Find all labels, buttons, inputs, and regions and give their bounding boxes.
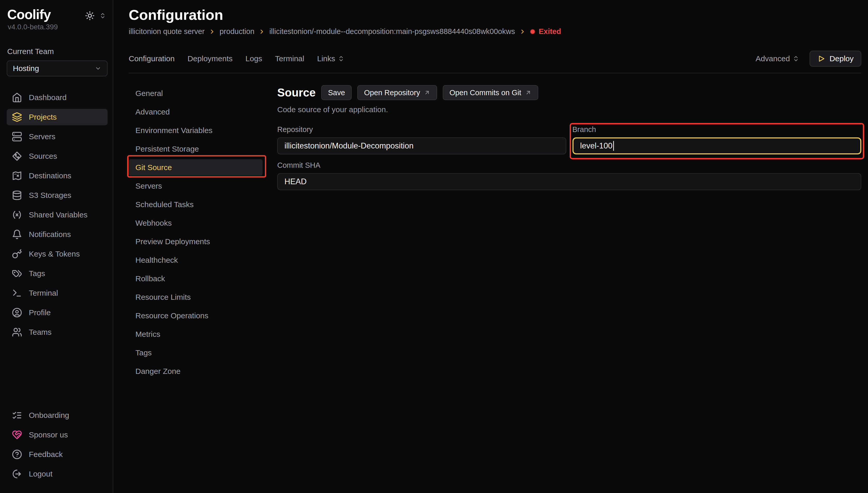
status-text: Exited bbox=[539, 27, 561, 36]
sidebar-item-notifications[interactable]: Notifications bbox=[7, 226, 108, 243]
section-title: Source bbox=[277, 86, 316, 99]
subnav-item-general[interactable]: General bbox=[129, 85, 262, 102]
subnav-item-healthcheck[interactable]: Healthcheck bbox=[129, 252, 262, 269]
sidebar-item-label: Profile bbox=[29, 308, 51, 317]
sidebar: Coolify v4.0.0-beta.399 Current Team Hos… bbox=[0, 0, 113, 493]
tab-links[interactable]: Links bbox=[317, 54, 344, 63]
chevron-right-icon bbox=[258, 28, 265, 35]
sidebar-item-label: Dashboard bbox=[29, 93, 67, 102]
tabs: Configuration Deployments Logs Terminal … bbox=[129, 54, 344, 63]
tab-logs[interactable]: Logs bbox=[246, 54, 262, 63]
source-header: Source Save Open Repository Open Commits… bbox=[277, 85, 861, 100]
sidebar-item-profile[interactable]: Profile bbox=[7, 304, 108, 321]
subnav-item-webhooks[interactable]: Webhooks bbox=[129, 215, 262, 231]
sidebar-item-dashboard[interactable]: Dashboard bbox=[7, 89, 108, 106]
status-dot bbox=[530, 29, 535, 34]
sidebar-item-keys-tokens[interactable]: Keys & Tokens bbox=[7, 246, 108, 262]
sidebar-item-onboarding[interactable]: Onboarding bbox=[7, 407, 108, 424]
subnav-item-resource-limits[interactable]: Resource Limits bbox=[129, 289, 262, 305]
breadcrumb-project[interactable]: illicitonion quote server bbox=[129, 27, 205, 36]
status-badge: Exited bbox=[530, 27, 561, 36]
team-select-value: Hosting bbox=[13, 64, 39, 73]
key-icon bbox=[12, 249, 22, 259]
layers-icon bbox=[12, 112, 22, 122]
current-team-label: Current Team bbox=[7, 47, 108, 56]
repository-field: Repository bbox=[277, 125, 566, 154]
subnav-item-advanced[interactable]: Advanced bbox=[129, 104, 262, 120]
sidebar-item-sponsor-us[interactable]: Sponsor us bbox=[7, 427, 108, 443]
sun-icon[interactable] bbox=[85, 11, 95, 21]
app-root: Coolify v4.0.0-beta.399 Current Team Hos… bbox=[0, 0, 868, 493]
subnav-item-git-source[interactable]: Git Source bbox=[129, 159, 262, 176]
map-x-icon bbox=[12, 171, 22, 181]
sidebar-item-label: Feedback bbox=[29, 450, 63, 459]
checklist-icon bbox=[12, 410, 22, 421]
sidebar-nav: Dashboard Projects Servers Sources Desti… bbox=[7, 89, 108, 343]
sidebar-item-s3-storages[interactable]: S3 Storages bbox=[7, 187, 108, 203]
advanced-dropdown[interactable]: Advanced bbox=[756, 54, 799, 63]
breadcrumb-environment[interactable]: production bbox=[219, 27, 254, 36]
repository-input[interactable] bbox=[277, 137, 566, 154]
sidebar-item-shared-variables[interactable]: Shared Variables bbox=[7, 207, 108, 223]
subnav-item-servers[interactable]: Servers bbox=[129, 178, 262, 194]
sidebar-item-sources[interactable]: Sources bbox=[7, 148, 108, 165]
app-logo: Coolify bbox=[7, 7, 58, 22]
subnav-item-scheduled-tasks[interactable]: Scheduled Tasks bbox=[129, 196, 262, 213]
subnav-item-metrics[interactable]: Metrics bbox=[129, 326, 262, 342]
sidebar-item-terminal[interactable]: Terminal bbox=[7, 285, 108, 301]
subnav-item-danger-zone[interactable]: Danger Zone bbox=[129, 363, 262, 380]
source-fields: Repository Branch level-100 Commit SHA bbox=[277, 125, 861, 190]
git-diamond-icon bbox=[12, 151, 22, 161]
logout-icon bbox=[12, 469, 22, 479]
subnav-item-tags[interactable]: Tags bbox=[129, 345, 262, 361]
sidebar-item-label: Projects bbox=[29, 113, 57, 122]
brand-block: Coolify v4.0.0-beta.399 bbox=[7, 7, 58, 31]
save-button[interactable]: Save bbox=[321, 85, 352, 100]
chevron-right-icon bbox=[519, 28, 526, 35]
database-icon bbox=[12, 190, 22, 200]
tabbar: Configuration Deployments Logs Terminal … bbox=[129, 51, 861, 73]
text-cursor bbox=[613, 141, 614, 151]
branch-label: Branch bbox=[572, 125, 862, 134]
sidebar-item-label: Destinations bbox=[29, 171, 71, 180]
content: General Advanced Environment Variables P… bbox=[129, 85, 861, 493]
chevrons-up-down-icon bbox=[792, 55, 799, 62]
open-repository-button[interactable]: Open Repository bbox=[357, 85, 437, 100]
sidebar-item-tags[interactable]: Tags bbox=[7, 265, 108, 282]
tab-deployments[interactable]: Deployments bbox=[187, 54, 232, 63]
sidebar-item-destinations[interactable]: Destinations bbox=[7, 168, 108, 184]
sidebar-item-label: Shared Variables bbox=[29, 211, 87, 219]
sidebar-item-teams[interactable]: Teams bbox=[7, 324, 108, 340]
sidebar-item-projects[interactable]: Projects bbox=[7, 109, 108, 125]
heart-handshake-icon bbox=[12, 430, 22, 440]
external-link-icon bbox=[525, 89, 532, 96]
source-section: Source Save Open Repository Open Commits… bbox=[277, 85, 861, 493]
tab-actions: Advanced Deploy bbox=[756, 51, 861, 67]
subnav-item-rollback[interactable]: Rollback bbox=[129, 271, 262, 287]
tab-configuration[interactable]: Configuration bbox=[129, 54, 174, 63]
help-circle-icon bbox=[12, 449, 22, 459]
sidebar-item-label: S3 Storages bbox=[29, 191, 71, 200]
breadcrumb-application[interactable]: illicitestonion/-module--decomposition:m… bbox=[269, 27, 515, 36]
sidebar-item-logout[interactable]: Logout bbox=[7, 466, 108, 482]
deploy-button[interactable]: Deploy bbox=[809, 51, 861, 67]
sidebar-item-label: Terminal bbox=[29, 289, 58, 297]
sidebar-item-label: Sponsor us bbox=[29, 430, 68, 439]
branch-input[interactable]: level-100 bbox=[572, 137, 862, 154]
commit-sha-input[interactable] bbox=[277, 173, 861, 190]
user-circle-icon bbox=[12, 307, 22, 318]
sidebar-item-feedback[interactable]: Feedback bbox=[7, 446, 108, 463]
subnav-item-environment-variables[interactable]: Environment Variables bbox=[129, 122, 262, 139]
subnav-item-resource-operations[interactable]: Resource Operations bbox=[129, 307, 262, 324]
section-description: Code source of your application. bbox=[277, 105, 861, 114]
chevrons-up-down-icon[interactable] bbox=[99, 12, 106, 19]
brand-row: Coolify v4.0.0-beta.399 bbox=[7, 7, 108, 31]
sidebar-item-servers[interactable]: Servers bbox=[7, 128, 108, 145]
users-icon bbox=[12, 327, 22, 337]
subnav-item-persistent-storage[interactable]: Persistent Storage bbox=[129, 141, 262, 157]
tab-terminal[interactable]: Terminal bbox=[275, 54, 304, 63]
subnav-item-preview-deployments[interactable]: Preview Deployments bbox=[129, 233, 262, 250]
open-commits-button[interactable]: Open Commits on Git bbox=[443, 85, 538, 100]
team-select[interactable]: Hosting bbox=[7, 61, 108, 77]
sidebar-item-label: Keys & Tokens bbox=[29, 250, 80, 258]
